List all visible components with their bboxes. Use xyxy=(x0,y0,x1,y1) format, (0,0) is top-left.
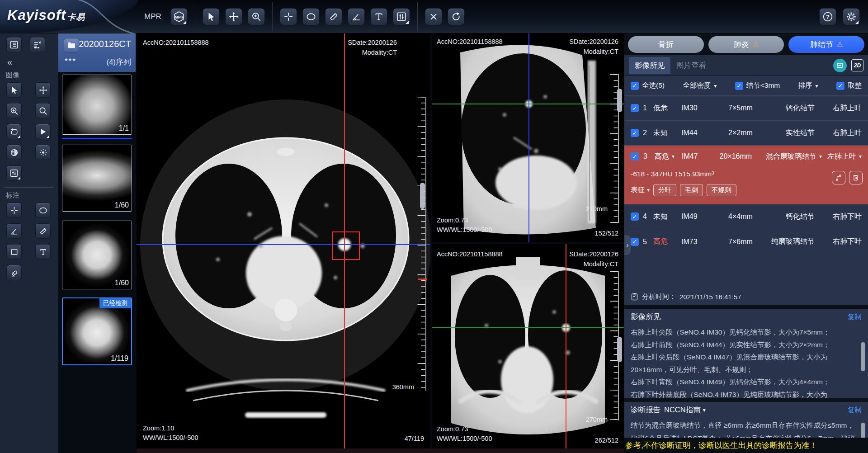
report-guideline-dropdown[interactable]: NCCN指南 ▾ xyxy=(664,405,706,415)
trash-icon xyxy=(852,174,859,181)
sagittal-scrollbar[interactable] xyxy=(617,89,622,112)
angle-tool-button[interactable] xyxy=(348,8,365,25)
2d-mode-button[interactable]: 2D xyxy=(851,59,863,71)
rail-rotate-button[interactable] xyxy=(6,124,22,139)
nodule-row-1[interactable]: 1 低危 IM30 7×5mm 钙化结节 右肺上叶 xyxy=(624,96,868,121)
nodule-location: 右肺上叶 xyxy=(815,128,862,138)
tab-lung-nodule[interactable]: 肺结节 ⚠ xyxy=(788,36,864,53)
axial-viewport[interactable]: AccNO:202101158888 SDate:20200126 Modali… xyxy=(137,33,430,448)
round-values-checkbox[interactable]: 取整 xyxy=(836,81,862,90)
feature-tag-lobulated[interactable]: 分叶 xyxy=(653,184,676,196)
ruler-tool-button[interactable] xyxy=(325,8,342,25)
crosshair-horizontal-line[interactable] xyxy=(432,327,624,328)
rail-magnify-button[interactable] xyxy=(35,103,51,118)
report-preview-button[interactable] xyxy=(833,59,847,72)
sort-dropdown[interactable]: 排序 ▾ xyxy=(798,81,818,90)
panel-expand-handle[interactable]: › xyxy=(624,235,631,255)
copy-report-button[interactable]: 复制 xyxy=(848,406,862,415)
rail-ruler-button[interactable] xyxy=(35,223,51,239)
chevron-down-icon[interactable]: ▾ xyxy=(672,153,675,160)
delete-annotation-button[interactable] xyxy=(425,8,442,25)
chevron-down-icon[interactable]: ▾ xyxy=(859,153,862,160)
select-tool-button[interactable] xyxy=(203,8,220,25)
checkbox-checked-icon[interactable] xyxy=(631,129,639,137)
coronal-scrollbar[interactable] xyxy=(617,337,622,362)
checkbox-checked-icon[interactable] xyxy=(631,238,639,246)
analysis-time-label: 分析时间： xyxy=(642,293,676,301)
mpr-mode-button[interactable]: MPR xyxy=(170,8,188,25)
feature-dropdown[interactable]: 表征 ▾ xyxy=(631,185,650,195)
crosshair-tool-button[interactable] xyxy=(280,8,297,25)
rail-crosshair-button[interactable] xyxy=(6,203,22,218)
axial-scrollbar[interactable] xyxy=(420,183,425,209)
tab-image-view[interactable]: 图片查看 xyxy=(670,57,712,74)
pan-tool-button[interactable] xyxy=(225,8,242,25)
reset-view-button[interactable] xyxy=(448,8,465,25)
rail-zoom-in-button[interactable] xyxy=(6,103,22,118)
checkbox-checked-icon[interactable] xyxy=(631,104,639,112)
nodule-size: 7×5mm xyxy=(716,104,765,112)
series-thumbnail-scout[interactable]: 1/1 xyxy=(62,75,132,135)
nodule-row-2[interactable]: 2 未知 IM44 2×2mm 实性结节 右肺上叶 xyxy=(624,121,868,146)
findings-scrollbar[interactable] xyxy=(861,342,865,371)
tab-image-findings[interactable]: 影像所见 xyxy=(629,57,670,74)
layout-close-button[interactable] xyxy=(30,37,45,52)
nodule-location: 右肺上叶 xyxy=(815,104,862,113)
checkbox-checked-icon[interactable] xyxy=(631,212,639,221)
crosshair-vertical-line[interactable] xyxy=(528,33,529,242)
checkbox-checked-icon[interactable] xyxy=(836,82,844,90)
nodule-risk-dropdown[interactable]: 高危 xyxy=(655,152,669,161)
rail-ellipse-button[interactable] xyxy=(35,203,51,218)
rail-angle-button[interactable] xyxy=(6,223,22,239)
series-thumbnail-axial-lung[interactable]: 1/60 xyxy=(62,221,132,289)
open-study-button[interactable] xyxy=(64,38,79,52)
delete-nodule-button[interactable] xyxy=(849,171,863,184)
crosshair-horizontal-line[interactable] xyxy=(137,244,430,245)
follow-up-compare-button[interactable] xyxy=(832,171,845,184)
series-thumbnail-detected[interactable]: 已经检测 1/119 xyxy=(62,297,132,365)
select-all-checkbox[interactable]: 全选(5) xyxy=(631,81,665,90)
nodule-roi-box[interactable] xyxy=(332,231,360,260)
ellipse-tool-button[interactable] xyxy=(302,8,320,25)
small-nodule-checkbox[interactable]: 结节<3mm xyxy=(735,81,780,90)
nodule-row-3-selected[interactable]: 3 高危 ▾ IM47 20×16mm 混合磨玻璃结节 ▾ 左肺上叶 ▾ -61… xyxy=(624,146,868,204)
rail-cine-play-button[interactable] xyxy=(35,124,51,139)
chevron-down-icon[interactable]: ▾ xyxy=(819,153,822,160)
scale-label: 270mm xyxy=(586,416,608,423)
sagittal-viewport[interactable]: AccNO:202101158888 SDate:20200126 Modali… xyxy=(432,33,624,242)
zoom-in-tool-button[interactable] xyxy=(248,8,265,25)
nodule-row-5[interactable]: 5 高危 IM73 7×6mm 纯磨玻璃结节 右肺下叶 xyxy=(624,229,868,254)
checkbox-checked-icon[interactable] xyxy=(631,82,639,90)
study-header[interactable]: 20200126CT *** (4)序列 xyxy=(58,33,136,72)
series-list-view-button[interactable] xyxy=(6,37,22,52)
rail-pan-tool-button[interactable] xyxy=(35,82,51,98)
study-date: SDate:20200126 xyxy=(348,38,397,48)
collapse-rail-button[interactable]: « xyxy=(7,57,18,67)
rail-brightness-button[interactable] xyxy=(35,145,51,160)
tab-pneumonia[interactable]: 肺炎 ⚠ xyxy=(708,36,784,53)
help-button[interactable]: ? xyxy=(819,8,836,25)
tab-fracture[interactable]: 骨折 xyxy=(628,36,704,53)
rail-text-button[interactable] xyxy=(35,244,51,260)
rail-rectangle-button[interactable] xyxy=(6,244,22,260)
adjust-tool-button[interactable] xyxy=(393,8,410,25)
nodule-type-dropdown[interactable]: 混合磨玻璃结节 xyxy=(766,152,816,161)
checkbox-checked-icon[interactable] xyxy=(735,82,743,90)
rail-contrast-button[interactable] xyxy=(6,145,22,160)
crosshair-horizontal-line[interactable] xyxy=(432,104,624,104)
rail-select-tool-button[interactable] xyxy=(6,82,22,98)
feature-tag-irregular[interactable]: 不规则 xyxy=(707,184,736,196)
rail-eraser-button[interactable] xyxy=(6,265,22,280)
copy-findings-button[interactable]: 复制 xyxy=(848,312,862,322)
density-dropdown[interactable]: 全部密度 ▾ xyxy=(683,81,717,90)
feature-tag-spiculated[interactable]: 毛刺 xyxy=(680,184,703,196)
settings-button[interactable] xyxy=(843,8,860,25)
series-thumbnail-axial-soft[interactable]: 1/60 xyxy=(62,145,132,212)
crosshair-vertical-line[interactable] xyxy=(566,244,566,448)
nodule-row-4[interactable]: 4 未知 IM49 4×4mm 钙化结节 右肺下叶 xyxy=(624,204,868,229)
coronal-viewport[interactable]: AccNO:202101158888 SDate:20200126 Modali… xyxy=(432,244,624,448)
checkbox-checked-icon[interactable] xyxy=(631,152,639,160)
rail-adjust-button[interactable] xyxy=(6,165,22,181)
text-annotation-button[interactable] xyxy=(370,8,387,25)
nodule-location-dropdown[interactable]: 左肺上叶 xyxy=(827,152,856,161)
